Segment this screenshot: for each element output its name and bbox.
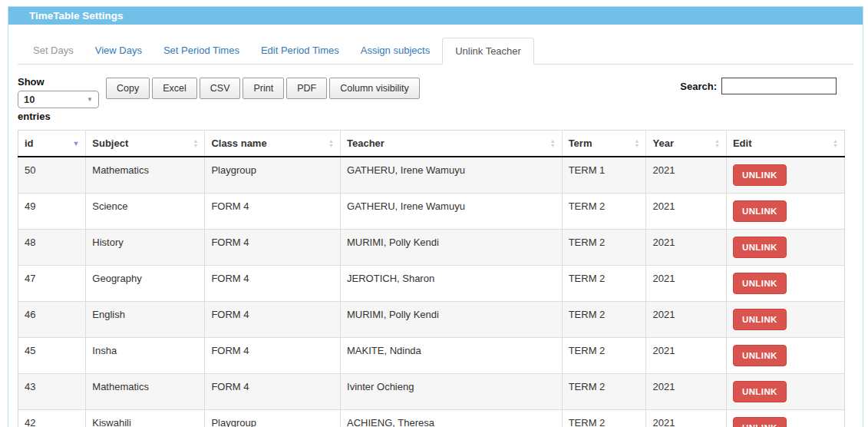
cell-id: 46 [18,302,86,338]
cell-class-name: FORM 4 [205,266,341,302]
tab-view-days[interactable]: View Days [86,38,151,63]
column-visibility-button[interactable]: Column visibility [329,78,420,99]
cell-class-name: FORM 4 [205,302,341,338]
cell-teacher: MAKITE, Ndinda [341,338,563,374]
cell-edit: UNLINK [726,410,844,427]
table-row: 42KiswahiliPlaygroupACHIENG, TheresaTERM… [18,410,845,427]
table-row: 46EnglishFORM 4MURIMI, Polly KendiTERM 2… [18,302,845,338]
copy-button[interactable]: Copy [106,78,150,99]
unlink-button[interactable]: UNLINK [733,381,787,402]
cell-class-name: FORM 4 [205,338,341,374]
excel-button[interactable]: Excel [152,78,197,99]
cell-teacher: Ivinter Ochieng [341,374,563,410]
cell-term: TERM 2 [562,194,646,230]
search-control: Search: [680,78,853,94]
cell-year: 2021 [646,410,726,427]
cell-subject: Kiswahili [86,410,205,427]
tab-item: Edit Period Times [252,38,351,65]
cell-edit: UNLINK [726,374,844,410]
cell-class-name: Playgroup [205,157,341,194]
print-button[interactable]: Print [243,78,284,99]
column-header-subject[interactable]: Subject▲▼ [86,131,205,157]
cell-term: TERM 2 [562,338,646,374]
cell-term: TERM 2 [562,374,646,410]
cell-id: 48 [18,230,86,266]
page-length-select[interactable]: 10 ▼ [18,91,99,108]
cell-year: 2021 [646,374,726,410]
cell-id: 47 [18,266,86,302]
cell-teacher: MURIMI, Polly Kendi [341,230,563,266]
cell-class-name: FORM 4 [205,230,341,266]
table-row: 50MathematicsPlaygroupGATHERU, Irene Wam… [18,157,845,194]
unlink-button[interactable]: UNLINK [733,417,787,427]
unlink-button[interactable]: UNLINK [733,237,787,258]
cell-edit: UNLINK [726,230,844,266]
column-header-edit[interactable]: Edit▲▼ [726,131,844,157]
tab-item: Assign subjects [351,38,442,65]
cell-year: 2021 [646,338,726,374]
cell-subject: Mathematics [86,157,205,194]
column-label: Class name [211,137,266,149]
cell-id: 45 [18,338,86,374]
cell-year: 2021 [646,302,726,338]
cell-subject: Insha [86,338,205,374]
column-label: Edit [733,137,752,149]
cell-id: 42 [18,410,86,427]
entries-label: entries [18,111,104,122]
sort-desc-icon: ▼ [72,140,79,147]
cell-edit: UNLINK [726,338,844,374]
tab-item: Unlink Teacher [442,38,537,65]
table-toolbar: Show 10 ▼ entries CopyExcelCSVPrintPDFCo… [18,76,853,122]
cell-edit: UNLINK [726,157,844,194]
cell-term: TERM 2 [562,266,646,302]
tab-assign-subjects[interactable]: Assign subjects [351,38,439,63]
cell-year: 2021 [646,230,726,266]
export-buttons-group: CopyExcelCSVPrintPDFColumn visibility [106,78,422,99]
tab-item: Set Period Times [154,38,252,65]
pdf-button[interactable]: PDF [286,78,327,99]
column-label: Subject [92,137,128,149]
column-label: Term [569,137,592,149]
cell-edit: UNLINK [726,194,844,230]
cell-subject: Science [86,194,205,230]
tab-set-period-times[interactable]: Set Period Times [154,38,249,63]
cell-term: TERM 2 [562,410,646,427]
unlink-button[interactable]: UNLINK [733,273,787,294]
unlink-button[interactable]: UNLINK [733,345,787,366]
cell-term: TERM 2 [562,302,646,338]
cell-class-name: Playgroup [205,410,341,427]
tab-item: Set Days [24,38,86,65]
column-header-year[interactable]: Year▲▼ [646,131,726,157]
cell-edit: UNLINK [726,302,844,338]
timetable-settings-panel: TimeTable Settings Set DaysView DaysSet … [8,6,863,427]
sort-both-icon: ▲▼ [715,139,720,148]
unlink-teacher-table: id▼Subject▲▼Class name▲▼Teacher▲▼Term▲▼Y… [18,130,845,427]
unlink-button[interactable]: UNLINK [733,200,787,222]
show-label: Show [18,76,104,88]
search-label: Search: [680,81,717,92]
unlink-button[interactable]: UNLINK [733,309,787,330]
page-title: TimeTable Settings [8,7,863,25]
column-header-id[interactable]: id▼ [18,131,86,157]
cell-subject: History [86,230,205,266]
tab-unlink-teacher[interactable]: Unlink Teacher [442,38,534,65]
cell-year: 2021 [646,157,726,194]
column-header-term[interactable]: Term▲▼ [562,131,646,157]
cell-year: 2021 [646,194,726,230]
column-header-class-name[interactable]: Class name▲▼ [205,131,341,157]
table-body: 50MathematicsPlaygroupGATHERU, Irene Wam… [18,157,845,427]
tab-item: View Days [86,38,154,65]
table-row: 48HistoryFORM 4MURIMI, Polly KendiTERM 2… [18,230,845,266]
page-length-value: 10 [24,94,87,105]
tab-edit-period-times[interactable]: Edit Period Times [252,38,348,63]
column-header-teacher[interactable]: Teacher▲▼ [341,131,563,157]
cell-class-name: FORM 4 [205,374,341,410]
cell-teacher: ACHIENG, Theresa [341,410,563,427]
cell-id: 49 [18,194,86,230]
sort-both-icon: ▲▼ [193,139,198,148]
table-row: 43MathematicsFORM 4Ivinter OchiengTERM 2… [18,374,845,410]
unlink-button[interactable]: UNLINK [733,164,787,186]
csv-button[interactable]: CSV [200,78,241,99]
search-input[interactable] [721,78,837,94]
tab-set-days[interactable]: Set Days [24,38,83,63]
